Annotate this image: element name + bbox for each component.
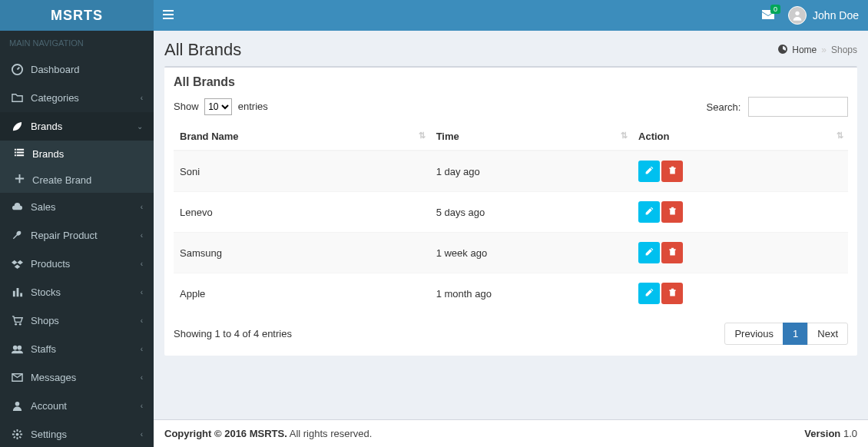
sidebar-item-settings[interactable]: Settings‹ <box>0 420 154 447</box>
column-label: Time <box>436 131 459 142</box>
gear-icon <box>11 429 23 440</box>
sort-icon: ⇅ <box>419 131 426 141</box>
plus-icon <box>14 173 25 187</box>
list-icon <box>14 147 25 161</box>
sidebar-item-label: Sales <box>31 201 56 213</box>
column-label: Action <box>638 131 669 142</box>
sidebar-item-label: Staffs <box>31 343 56 355</box>
delete-button[interactable] <box>661 283 683 304</box>
delete-button[interactable] <box>661 201 683 223</box>
svg-point-3 <box>18 323 21 326</box>
cell-brand-name: Lenevo <box>174 192 430 233</box>
pencil-icon <box>644 287 654 300</box>
trash-icon <box>668 206 678 218</box>
sidebar-subitem-create-brand[interactable]: Create Brand <box>0 167 154 193</box>
folder-icon <box>11 92 23 104</box>
cell-brand-name: Apple <box>174 273 430 314</box>
edit-button[interactable] <box>638 161 660 182</box>
chevron-left-icon: ‹ <box>141 94 143 102</box>
search-input[interactable] <box>748 97 848 117</box>
logo[interactable]: MSRTS <box>0 0 154 31</box>
main-header: MSRTS 0 John Doe <box>0 0 868 31</box>
sort-icon: ⇅ <box>837 131 843 141</box>
cell-time: 1 day ago <box>430 151 632 192</box>
user-icon <box>11 400 23 412</box>
messages-badge: 0 <box>770 5 780 14</box>
chevron-left-icon: ‹ <box>141 402 143 410</box>
sidebar-item-categories[interactable]: Categories‹ <box>0 84 154 112</box>
table-row: Soni1 day ago <box>174 151 848 192</box>
content-header: All Brands Home » Shops <box>154 31 868 66</box>
edit-button[interactable] <box>638 201 660 223</box>
chevron-left-icon: ‹ <box>141 316 143 325</box>
cart-icon <box>11 315 23 326</box>
sidebar-item-label: Categories <box>31 92 79 104</box>
sidebar-item-repair-product[interactable]: Repair Product‹ <box>0 221 154 250</box>
sidebar-item-shops[interactable]: Shops‹ <box>0 306 154 335</box>
footer-left: Copyright © 2016 MSRTS. All rights reser… <box>164 428 372 439</box>
svg-point-0 <box>795 12 799 15</box>
edit-button[interactable] <box>638 242 660 263</box>
sidebar-subitem-brands[interactable]: Brands <box>0 141 154 167</box>
box-body: Show 10 entries Search: Brand Name⇅Time⇅… <box>164 89 857 356</box>
breadcrumb-home[interactable]: Home <box>792 45 817 55</box>
footer-version: 1.0 <box>840 428 857 439</box>
cell-time: 1 month ago <box>430 273 632 314</box>
sort-icon: ⇅ <box>621 131 628 141</box>
pagination-prev[interactable]: Previous <box>724 323 784 345</box>
entries-label: entries <box>238 101 268 112</box>
sidebar-item-label: Shops <box>31 315 59 326</box>
sidebar-item-label: Products <box>31 258 70 270</box>
sidebar-toggle[interactable] <box>163 9 174 22</box>
sidebar-item-label: Dashboard <box>31 64 80 75</box>
page-title: All Brands <box>164 40 241 60</box>
sidebar-header: MAIN NAVIGATION <box>0 31 154 55</box>
cell-action <box>632 233 848 273</box>
sidebar-item-stocks[interactable]: Stocks‹ <box>0 278 154 306</box>
sidebar-subitem-label: Create Brand <box>32 174 91 186</box>
box: All Brands Show 10 entries Search: <box>164 66 857 356</box>
nav-messages[interactable]: 0 <box>762 9 774 22</box>
chevron-left-icon: ‹ <box>141 373 143 382</box>
sidebar-item-label: Messages <box>31 372 76 383</box>
column-brand-name[interactable]: Brand Name⇅ <box>174 123 430 151</box>
svg-point-5 <box>17 346 22 350</box>
sidebar-item-dashboard[interactable]: Dashboard <box>0 55 154 84</box>
pagination-page[interactable]: 1 <box>783 323 808 345</box>
sidebar-item-label: Stocks <box>31 286 61 298</box>
chevron-left-icon: ‹ <box>141 231 143 240</box>
sidebar-item-brands[interactable]: Brands⌄ <box>0 112 154 141</box>
search-label: Search: <box>707 101 741 113</box>
pagination-next[interactable]: Next <box>807 323 848 345</box>
edit-button[interactable] <box>638 283 660 304</box>
delete-button[interactable] <box>661 242 683 263</box>
pencil-icon <box>644 165 654 177</box>
box-title: All Brands <box>174 75 848 89</box>
sidebar-item-account[interactable]: Account‹ <box>0 392 154 420</box>
user-name: John Doe <box>813 9 859 22</box>
length-select[interactable]: 10 <box>204 98 232 115</box>
pagination: Previous1Next <box>725 323 848 345</box>
dashboard-icon <box>11 64 23 75</box>
dashboard-icon <box>778 45 787 56</box>
chevron-down-icon: ⌄ <box>137 122 143 131</box>
sidebar-item-label: Repair Product <box>31 230 98 241</box>
delete-button[interactable] <box>661 161 683 182</box>
sidebar-item-products[interactable]: Products‹ <box>0 250 154 278</box>
trash-icon <box>668 165 678 177</box>
wrench-icon <box>11 230 23 241</box>
nav-user[interactable]: John Doe <box>788 6 859 25</box>
sidebar: MAIN NAVIGATION DashboardCategories‹Bran… <box>0 0 154 447</box>
column-action[interactable]: Action⇅ <box>632 123 848 151</box>
table-row: Lenevo5 days ago <box>174 192 848 233</box>
cloud-icon <box>11 201 23 213</box>
column-time[interactable]: Time⇅ <box>430 123 632 151</box>
cell-time: 1 week ago <box>430 233 632 273</box>
sidebar-item-sales[interactable]: Sales‹ <box>0 193 154 221</box>
chevron-left-icon: ‹ <box>141 288 143 296</box>
sidebar-item-messages[interactable]: Messages‹ <box>0 363 154 392</box>
sidebar-item-staffs[interactable]: Staffs‹ <box>0 335 154 363</box>
sidebar-subitem-label: Brands <box>32 148 64 160</box>
trash-icon <box>668 247 678 259</box>
sidebar-menu: DashboardCategories‹Brands⌄BrandsCreate … <box>0 55 154 447</box>
